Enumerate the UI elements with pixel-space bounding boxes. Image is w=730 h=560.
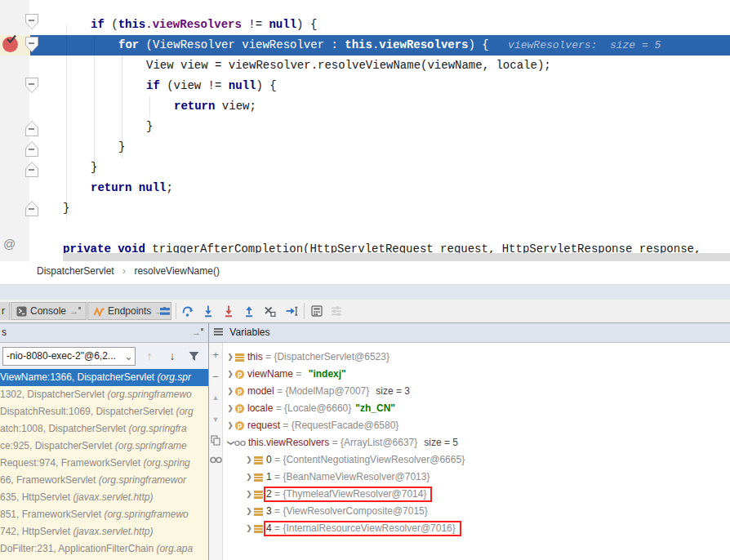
variable-row[interactable]: ❯2 = {ThymeleafViewResolver@7014} xyxy=(223,486,730,503)
drop-frame-icon[interactable] xyxy=(263,304,277,318)
fold-marker-icon[interactable] xyxy=(25,201,38,216)
endpoints-icon xyxy=(93,306,105,317)
variable-row[interactable]: ❯prequest = {RequestFacade@6580} xyxy=(223,417,730,434)
frame-row[interactable]: DispatchResult:1069, DispatcherServlet (… xyxy=(0,403,208,420)
frame-row[interactable]: atch:1008, DispatcherServlet (org.spring… xyxy=(0,420,208,438)
frame-row[interactable]: 1302, DispatcherServlet (org.springframe… xyxy=(0,386,208,403)
code-line: } xyxy=(30,198,730,219)
frame-row[interactable]: 66, FrameworkServlet (org.springframewor xyxy=(0,472,208,489)
step-over-icon[interactable] xyxy=(181,304,195,318)
watches-button[interactable] xyxy=(209,456,222,464)
run-to-cursor-icon[interactable] xyxy=(285,304,299,318)
editor-scrollbar[interactable] xyxy=(63,253,730,261)
variable-row[interactable]: ❯pviewName = "indexj" xyxy=(223,366,730,383)
evaluate-expression-icon[interactable] xyxy=(310,304,324,318)
copy-button[interactable] xyxy=(209,435,222,446)
debug-panels: s → -nio-8080-exec-2"@6,2... ⌄ ↑ ↓ ViewN… xyxy=(0,323,730,560)
fold-marker-icon[interactable] xyxy=(25,141,38,157)
show-execution-point-icon[interactable] xyxy=(158,304,172,318)
frame-row[interactable]: 635, HttpServlet (javax.servlet.http) xyxy=(0,489,208,506)
parameter-icon: p xyxy=(234,421,245,430)
variable-row[interactable]: ❯1 = {BeanNameViewResolver@7013} xyxy=(223,469,730,486)
layout-settings-icon[interactable] xyxy=(330,304,344,318)
frame-row[interactable]: ViewName:1366, DispatcherServlet (org.sp… xyxy=(0,369,208,386)
variable-string-value: "zh_CN" xyxy=(355,400,395,417)
variable-row[interactable]: ❯this.viewResolvers = {ArrayList@6637}si… xyxy=(223,434,730,451)
chevron-collapsed-icon[interactable]: ❯ xyxy=(245,503,253,520)
variable-value: {ContentNegotiatingViewResolver@6665} xyxy=(283,451,465,469)
filter-frames-button[interactable] xyxy=(185,347,202,365)
breakpoint-check-icon xyxy=(6,33,17,45)
chevron-down-icon: ⌄ xyxy=(124,348,133,365)
code-editor: if (this.viewResolvers != null) {for (Vi… xyxy=(0,0,730,261)
chevron-collapsed-icon[interactable]: ❯ xyxy=(245,486,253,503)
field-icon xyxy=(253,456,264,464)
tab-console[interactable]: Console → xyxy=(11,302,87,320)
move-up-button[interactable]: ▲ xyxy=(209,393,222,402)
variable-value: {ModelMap@7007} xyxy=(285,383,369,400)
code-line xyxy=(30,219,730,239)
fold-marker-icon[interactable] xyxy=(25,121,38,136)
breadcrumb-method[interactable]: resolveViewName() xyxy=(134,264,219,278)
tab-debugger-clipped[interactable]: r xyxy=(0,302,10,320)
frames-panel-header: s → xyxy=(0,323,208,343)
variable-value: {InternalResourceViewResolver@7016} xyxy=(283,520,455,537)
ide-debug-window: if (this.viewResolvers != null) {for (Vi… xyxy=(0,0,730,560)
breadcrumb-class[interactable]: DispatcherServlet xyxy=(37,264,114,278)
add-watch-button[interactable]: + xyxy=(209,349,222,361)
chevron-collapsed-icon[interactable]: ❯ xyxy=(245,520,253,537)
chevron-collapsed-icon[interactable]: ❯ xyxy=(226,383,234,400)
fold-marker-icon[interactable] xyxy=(25,14,38,29)
parameter-icon: p xyxy=(234,404,245,413)
chevron-collapsed-icon[interactable]: ❯ xyxy=(226,366,234,383)
breakpoint-icon[interactable] xyxy=(2,37,18,52)
frame-row[interactable]: Request:974, FrameworkServlet (org.sprin… xyxy=(0,455,208,472)
breadcrumb-separator: › xyxy=(122,265,126,277)
variable-name: viewName xyxy=(247,366,293,383)
variable-row[interactable]: ❯plocale = {Locale@6660}"zh_CN" xyxy=(223,400,730,417)
chevron-collapsed-icon[interactable]: ❯ xyxy=(245,451,253,469)
variable-name: request xyxy=(247,417,280,434)
field-icon xyxy=(253,525,264,533)
code-lines: if (this.viewResolvers != null) {for (Vi… xyxy=(0,0,730,261)
variable-row[interactable]: ❯this = {DispatcherServlet@6523} xyxy=(223,349,730,366)
variable-row[interactable]: ❯4 = {InternalResourceViewResolver@7016} xyxy=(223,520,730,537)
variable-name: 2 xyxy=(266,486,272,503)
step-into-icon[interactable] xyxy=(202,304,216,318)
step-out-icon[interactable] xyxy=(243,304,256,318)
pin-icon[interactable]: → xyxy=(192,328,203,336)
variable-name: model xyxy=(247,383,274,400)
execution-line: for (ViewResolver viewResolver : this.vi… xyxy=(30,35,730,56)
fold-marker-icon[interactable] xyxy=(25,162,38,177)
chevron-collapsed-icon[interactable]: ❯ xyxy=(226,417,234,434)
code-line: if (this.viewResolvers != null) { xyxy=(30,15,730,35)
thread-dropdown[interactable]: -nio-8080-exec-2"@6,2... ⌄ xyxy=(2,347,136,366)
chevron-collapsed-icon[interactable]: ❯ xyxy=(226,349,234,366)
remove-watch-button[interactable]: − xyxy=(209,371,222,383)
frame-row[interactable]: ce:925, DispatcherServlet (org.springfra… xyxy=(0,438,208,455)
code-line: View view = viewResolver.resolveViewName… xyxy=(30,56,730,76)
field-icon xyxy=(253,473,264,482)
frame-row[interactable]: 851, FrameworkServlet (org.springframewo xyxy=(0,506,208,523)
variable-name: this.viewResolvers xyxy=(248,434,329,451)
fold-marker-icon[interactable] xyxy=(25,37,38,52)
variable-row[interactable]: ❯3 = {ViewResolverComposite@7015} xyxy=(223,503,730,520)
chevron-collapsed-icon[interactable]: ❯ xyxy=(226,400,234,417)
chevron-collapsed-icon[interactable]: ❯ xyxy=(245,469,253,486)
hamburger-icon[interactable] xyxy=(214,328,223,336)
field-icon xyxy=(253,491,264,499)
variable-row[interactable]: ❯0 = {ContentNegotiatingViewResolver@666… xyxy=(223,451,730,469)
variable-name: 3 xyxy=(266,503,272,520)
annotation-box: 2 = {ThymeleafViewResolver@7014} xyxy=(264,487,432,502)
chevron-expanded-icon[interactable]: ❯ xyxy=(222,439,239,447)
frame-down-button[interactable]: ↓ xyxy=(164,347,180,365)
force-step-into-icon[interactable] xyxy=(222,304,236,318)
fold-marker-icon[interactable] xyxy=(25,78,38,93)
parameter-icon: p xyxy=(234,370,245,379)
frame-row[interactable]: 742, HttpServlet (javax.servlet.http) xyxy=(0,523,208,540)
frame-row[interactable]: DoFilter:231, ApplicationFilterChain (or… xyxy=(0,540,208,558)
variable-row[interactable]: ❯pmodel = {ModelMap@7007}size = 3 xyxy=(223,383,730,400)
frame-up-button[interactable]: ↑ xyxy=(141,347,158,365)
move-down-button[interactable]: ▼ xyxy=(209,416,222,424)
pin-icon: → xyxy=(69,307,81,315)
